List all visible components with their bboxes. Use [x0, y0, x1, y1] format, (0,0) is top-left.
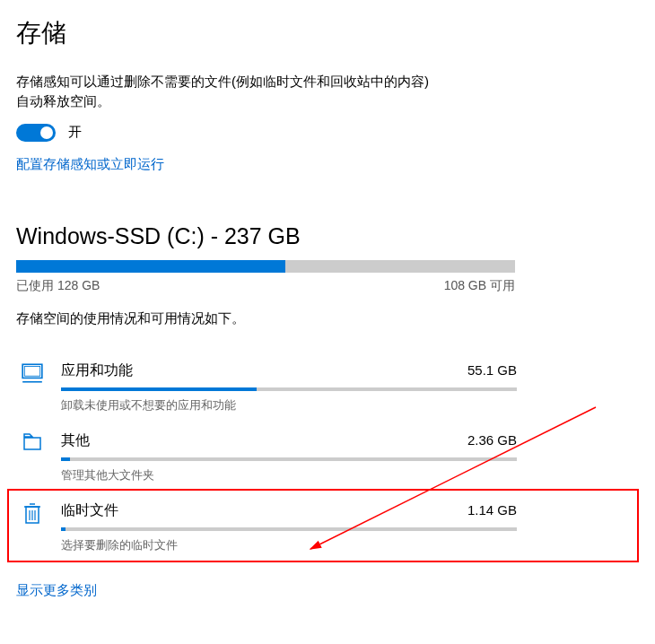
drive-usage-desc: 存储空间的使用情况和可用情况如下。 — [16, 310, 639, 327]
category-bar — [61, 457, 517, 461]
category-fill — [61, 457, 70, 461]
drive-free-label: 108 GB 可用 — [444, 278, 515, 294]
category-header: 临时文件 1.14 GB — [61, 501, 517, 520]
monitor-icon — [20, 361, 45, 387]
categories-list: 应用和功能 55.1 GB 卸载未使用或不想要的应用和功能 其他 2.36 GB… — [16, 352, 639, 562]
category-fill — [61, 387, 257, 391]
drive-heading: Windows-SSD (C:) - 237 GB — [16, 223, 639, 249]
configure-storage-sense-link[interactable]: 配置存储感知或立即运行 — [16, 156, 164, 173]
category-size: 1.14 GB — [467, 502, 517, 518]
storage-sense-toggle[interactable] — [16, 124, 56, 142]
trash-icon — [20, 501, 45, 527]
storage-sense-toggle-label: 开 — [68, 124, 82, 141]
storage-sense-toggle-row: 开 — [16, 124, 639, 142]
category-size: 2.36 GB — [467, 432, 517, 448]
drive-used-label: 已使用 128 GB — [16, 278, 100, 294]
category-header: 其他 2.36 GB — [61, 431, 517, 450]
category-size: 55.1 GB — [467, 362, 517, 378]
category-bar — [61, 527, 517, 531]
drive-usage-bar — [16, 260, 515, 273]
show-more-categories-link[interactable]: 显示更多类别 — [16, 582, 97, 599]
category-name: 临时文件 — [61, 501, 118, 520]
category-temp[interactable]: 临时文件 1.14 GB 选择要删除的临时文件 — [16, 492, 639, 562]
category-hint: 卸载未使用或不想要的应用和功能 — [61, 397, 517, 413]
drive-usage-fill — [16, 260, 285, 273]
storage-sense-description: 存储感知可以通过删除不需要的文件(例如临时文件和回收站中的内容) 自动释放空间。 — [16, 72, 483, 111]
folder-icon — [20, 431, 45, 457]
storage-sense-desc-line2: 自动释放空间。 — [16, 93, 110, 109]
category-hint: 管理其他大文件夹 — [61, 467, 517, 483]
storage-sense-desc-line1: 存储感知可以通过删除不需要的文件(例如临时文件和回收站中的内容) — [16, 74, 429, 89]
category-body: 应用和功能 55.1 GB 卸载未使用或不想要的应用和功能 — [61, 361, 517, 413]
category-other[interactable]: 其他 2.36 GB 管理其他大文件夹 — [16, 422, 639, 492]
category-header: 应用和功能 55.1 GB — [61, 361, 517, 380]
drive-usage-info: 已使用 128 GB 108 GB 可用 — [16, 278, 515, 294]
category-bar — [61, 387, 517, 391]
category-fill — [61, 527, 66, 531]
category-name: 应用和功能 — [61, 361, 133, 380]
page-title: 存储 — [16, 16, 639, 50]
category-name: 其他 — [61, 431, 90, 450]
category-hint: 选择要删除的临时文件 — [61, 537, 517, 553]
svg-rect-1 — [24, 366, 39, 376]
category-apps[interactable]: 应用和功能 55.1 GB 卸载未使用或不想要的应用和功能 — [16, 352, 639, 422]
toggle-knob — [40, 126, 53, 139]
category-body: 其他 2.36 GB 管理其他大文件夹 — [61, 431, 517, 483]
category-body: 临时文件 1.14 GB 选择要删除的临时文件 — [61, 501, 517, 553]
